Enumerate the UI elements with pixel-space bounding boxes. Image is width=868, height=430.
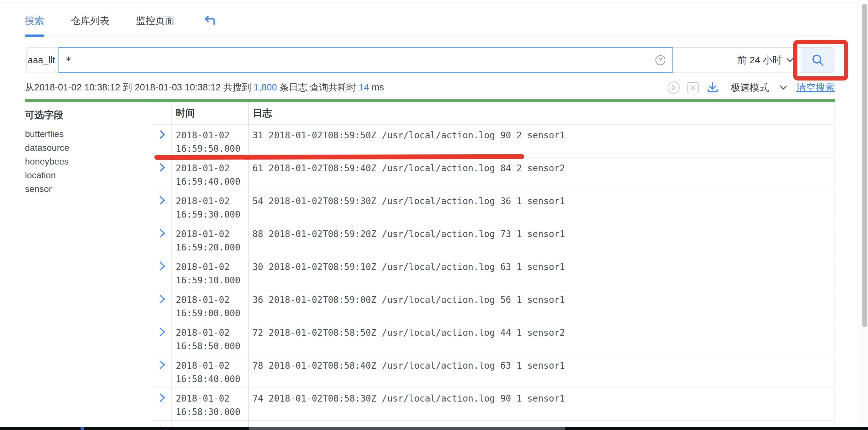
window-bottom-edge-tick — [81, 427, 84, 430]
chevron-down-icon — [786, 58, 794, 62]
row-log-text: 78 2018-01-02T08:58:40Z /usr/local/actio… — [248, 355, 834, 388]
table-row: 2018-01-02 16:58:40.000 78 2018-01-02T08… — [153, 355, 834, 388]
expand-row-icon[interactable] — [158, 295, 166, 303]
expand-cell — [153, 322, 171, 355]
expand-row-icon[interactable] — [158, 393, 166, 402]
sidebar-field-item[interactable]: honeybees — [25, 155, 152, 168]
field-list: butterfliesdatasourcehoneybeeslocationse… — [25, 127, 152, 196]
log-column-header: 日志 — [248, 102, 834, 124]
row-log-text: 36 2018-01-02T08:59:00Z /usr/local/actio… — [248, 289, 834, 322]
top-divider — [0, 3, 868, 3]
expand-row-icon[interactable] — [158, 163, 166, 172]
table-row: 2018-01-02 16:59:30.000 54 2018-01-02T08… — [153, 190, 834, 223]
tab-bar: 搜索 仓库列表 监控页面 — [25, 6, 215, 36]
expand-cell — [153, 355, 171, 388]
table-body: 2018-01-02 16:59:50.000 31 2018-01-02T08… — [153, 125, 834, 430]
table-row: 2018-01-02 16:58:50.000 72 2018-01-02T08… — [153, 322, 834, 355]
search-result-summary: 从2018-01-02 10:38:12 到 2018-01-03 10:38:… — [25, 81, 384, 94]
expand-row-icon[interactable] — [158, 196, 166, 205]
row-log-text: 72 2018-01-02T08:58:50Z /usr/local/actio… — [248, 322, 834, 355]
x-icon — [690, 85, 696, 90]
download-icon — [706, 81, 719, 94]
expand-cell — [153, 289, 171, 322]
result-count: 1,800 — [254, 82, 277, 92]
row-timestamp: 2018-01-02 16:59:10.000 — [171, 256, 248, 289]
help-icon[interactable]: ? — [655, 55, 665, 65]
table-row: 2018-01-02 16:59:20.000 88 2018-01-02T08… — [153, 223, 834, 256]
clear-search-link[interactable]: 清空搜索 — [797, 81, 835, 94]
active-tab-indicator — [25, 34, 44, 37]
tab-warehouse-list[interactable]: 仓库列表 — [71, 14, 109, 28]
log-table: 时间 日志 2018-01-02 16:59:50.000 31 2018-01… — [153, 102, 834, 430]
expand-row-icon[interactable] — [158, 262, 166, 271]
expand-row-icon[interactable] — [158, 229, 166, 238]
sidebar-field-item[interactable]: sensor — [25, 182, 152, 196]
table-row: 2018-01-02 16:59:50.000 31 2018-01-02T08… — [153, 125, 834, 158]
table-row: 2018-01-02 16:59:00.000 36 2018-01-02T08… — [153, 289, 834, 322]
sidebar-field-item[interactable]: location — [25, 168, 152, 182]
log-topic-chip[interactable]: aaa_llt — [25, 47, 58, 73]
expand-cell — [153, 388, 171, 421]
time-range-select[interactable]: 前 24 小时 — [673, 47, 801, 73]
time-column-header: 时间 — [171, 102, 248, 124]
row-timestamp: 2018-01-02 16:59:00.000 — [171, 289, 248, 322]
table-row: 2018-01-02 16:58:30.000 74 2018-01-02T08… — [153, 388, 834, 421]
tab-bottom-border — [25, 35, 835, 36]
expand-cell — [153, 125, 171, 157]
row-log-text: 30 2018-01-02T08:59:10Z /usr/local/actio… — [248, 256, 834, 289]
row-timestamp: 2018-01-02 16:59:30.000 — [171, 190, 248, 223]
row-log-text: 61 2018-01-02T08:59:40Z /usr/local/actio… — [248, 158, 834, 190]
row-timestamp: 2018-01-02 16:59:20.000 — [171, 223, 248, 256]
row-log-text: 31 2018-01-02T08:59:50Z /usr/local/actio… — [248, 125, 834, 157]
expand-row-icon[interactable] — [158, 130, 166, 139]
table-row: 2018-01-02 16:59:10.000 30 2018-01-02T08… — [153, 256, 834, 289]
query-duration: 14 — [359, 82, 369, 92]
window-bottom-edge-segment — [249, 427, 565, 430]
expand-cell — [153, 190, 171, 223]
row-timestamp: 2018-01-02 16:58:40.000 — [171, 355, 248, 388]
scrollbar-thumb[interactable] — [862, 4, 867, 327]
green-divider — [25, 99, 835, 102]
status-row: 从2018-01-02 10:38:12 到 2018-01-03 10:38:… — [25, 79, 835, 96]
log-search-page: 搜索 仓库列表 监控页面 aaa_llt * ? 前 24 小时 从2018-0… — [0, 0, 868, 430]
field-sidebar: 可选字段 butterfliesdatasourcehoneybeeslocat… — [25, 102, 152, 196]
expand-cell — [153, 158, 171, 190]
cancel-button[interactable] — [687, 82, 699, 93]
search-query-input[interactable]: * ? — [58, 47, 673, 73]
fast-mode-label: 极速模式 — [731, 81, 769, 94]
expand-cell — [153, 223, 171, 256]
annotation-red-underline — [154, 154, 524, 160]
fast-mode-chevron-icon[interactable] — [780, 85, 787, 90]
time-range-value: 前 24 小时 — [737, 54, 782, 67]
sidebar-field-item[interactable]: datasource — [25, 141, 152, 155]
status-actions: 极速模式 清空搜索 — [668, 81, 835, 94]
tab-search[interactable]: 搜索 — [25, 14, 44, 28]
row-timestamp: 2018-01-02 16:59:50.000 — [171, 125, 248, 157]
log-topic-label: aaa_llt — [27, 49, 56, 71]
expand-cell — [153, 256, 171, 289]
row-timestamp: 2018-01-02 16:58:50.000 — [171, 322, 248, 355]
download-button[interactable] — [706, 81, 719, 94]
row-log-text: 88 2018-01-02T08:59:20Z /usr/local/actio… — [248, 223, 834, 256]
table-row: 2018-01-02 16:59:40.000 61 2018-01-02T08… — [153, 158, 834, 190]
play-icon — [671, 85, 676, 90]
annotation-red-box — [793, 40, 848, 80]
sidebar-field-item[interactable]: butterflies — [25, 127, 152, 141]
table-header-row: 时间 日志 — [153, 102, 834, 125]
query-value: * — [65, 54, 655, 66]
row-timestamp: 2018-01-02 16:59:40.000 — [171, 158, 248, 190]
sidebar-title: 可选字段 — [25, 109, 152, 122]
expand-column-header — [153, 102, 171, 124]
tab-monitor-page[interactable]: 监控页面 — [136, 14, 175, 28]
return-arrow-icon[interactable] — [203, 15, 215, 27]
row-timestamp: 2018-01-02 16:58:30.000 — [171, 388, 248, 421]
expand-row-icon[interactable] — [158, 360, 166, 369]
expand-row-icon[interactable] — [158, 327, 166, 336]
row-log-text: 74 2018-01-02T08:58:30Z /usr/local/actio… — [248, 388, 834, 421]
play-button[interactable] — [668, 81, 680, 94]
row-log-text: 54 2018-01-02T08:59:30Z /usr/local/actio… — [248, 190, 834, 223]
